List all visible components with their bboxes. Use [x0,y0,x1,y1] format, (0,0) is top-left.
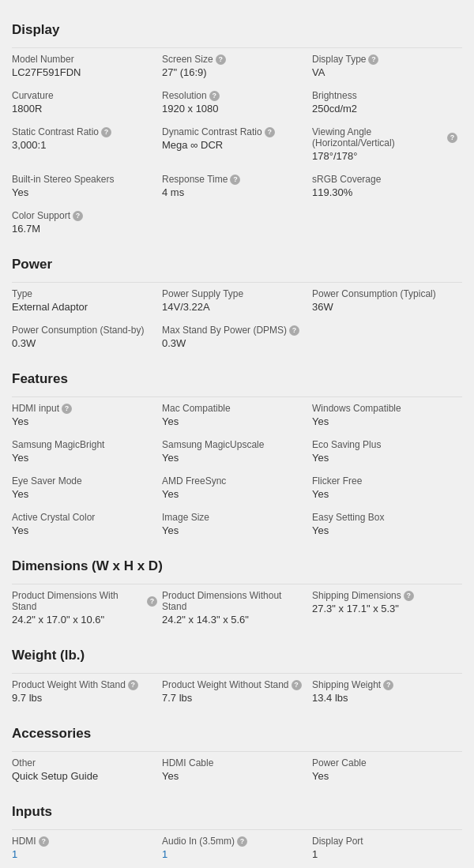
spec-cell: Eco Saving PlusYes [312,435,462,472]
spec-label: Windows Compatible [312,403,457,414]
spec-cell: Shipping Weight?13.4 lbs [312,675,462,712]
spec-label: HDMI input? [12,403,157,414]
spec-label: Flicker Free [312,475,457,487]
spec-value: 27.3" x 17.1" x 5.3" [312,603,457,614]
spec-value: Yes [162,452,307,464]
spec-cell: Product Dimensions With Stand?24.2" x 17… [12,586,162,633]
spec-label: Easy Setting Box [312,512,457,523]
spec-cell: Eye Saver ModeYes [12,472,162,508]
spec-value: 250cd/m2 [312,103,457,115]
spec-cell: Model NumberLC27F591FDN [12,50,162,86]
spec-value: Yes [312,415,457,427]
help-icon[interactable]: ? [128,680,138,690]
spec-label: Samsung MagicBright [12,439,157,450]
spec-label: Curvature [12,90,157,101]
spec-value: 36W [312,301,457,313]
spec-cell [162,206,312,242]
spec-value: Yes [12,186,157,198]
help-icon[interactable]: ? [265,127,275,137]
help-icon[interactable]: ? [289,325,299,336]
help-icon[interactable]: ? [209,91,220,101]
spec-cell: Curvature1800R [12,86,162,122]
help-icon[interactable]: ? [230,175,240,185]
spec-cell: Brightness250cd/m2 [312,86,462,122]
grid-row-display: Curvature1800RResolution?1920 x 1080Brig… [12,86,462,122]
spec-cell: Shipping Dimensions?27.3" x 17.1" x 5.3" [312,586,462,633]
spec-cell: Active Crystal ColorYes [12,508,162,544]
spec-cell: Power Consumption (Typical)36W [312,284,462,321]
spec-label: Brightness [312,90,457,101]
grid-row-weight: Product Weight With Stand?9.7 lbsProduct… [12,675,462,712]
help-icon[interactable]: ? [62,404,72,414]
help-icon[interactable]: ? [383,680,393,690]
spec-cell: Screen Size?27" (16:9) [162,50,312,86]
spec-cell: Product Weight Without Stand?7.7 lbs [162,675,312,712]
help-icon[interactable]: ? [216,54,226,65]
spec-value: Yes [162,415,307,427]
spec-label: Model Number [12,54,157,65]
spec-label: Resolution? [162,90,307,101]
help-icon[interactable]: ? [404,591,414,601]
spec-value: 1 [12,848,157,860]
help-icon[interactable]: ? [237,836,247,847]
spec-value: VA [312,66,457,78]
spec-cell: sRGB Coverage119.30% [312,170,462,206]
section-title-weight: Weight (lb.) [12,648,462,667]
spec-value: Yes [312,452,457,464]
spec-cell: Display Type?VA [312,50,462,86]
spec-cell: Max Stand By Power (DPMS)?0.3W [162,321,312,357]
grid-row-features: HDMI input?YesMac CompatibleYesWindows C… [12,399,462,435]
spec-label: Display Type? [312,54,457,65]
help-icon[interactable]: ? [292,680,302,690]
grid-row-inputs: HDMI?1Audio In (3.5mm)?1Display Port1 [12,832,462,868]
help-icon[interactable]: ? [147,596,157,607]
help-icon[interactable]: ? [447,133,457,143]
spec-cell: Viewing Angle (Horizontal/Vertical)?178°… [312,122,462,170]
spec-cell: Samsung MagicBrightYes [12,435,162,472]
spec-cell: Display Port1 [312,832,462,868]
spec-value: Yes [162,770,307,782]
spec-value: 4 ms [162,186,307,198]
section-title-display: Display [12,22,462,41]
help-icon[interactable]: ? [73,211,83,221]
spec-cell: Easy Setting BoxYes [312,508,462,544]
spec-label: Color Support? [12,210,157,221]
spec-cell: Image SizeYes [162,508,312,544]
spec-value: 16.7M [12,223,157,235]
grid-row-display: Model NumberLC27F591FDNScreen Size?27" (… [12,50,462,86]
spec-cell: Product Weight With Stand?9.7 lbs [12,675,162,712]
spec-cell: Flicker FreeYes [312,472,462,508]
spec-label: Power Cable [312,757,457,768]
spec-cell: HDMI CableYes [162,753,312,790]
spec-value: Yes [162,524,307,536]
spec-cell: OtherQuick Setup Guide [12,753,162,790]
spec-cell: Dynamic Contrast Ratio?Mega ∞ DCR [162,122,312,170]
spec-cell: Built-in Stereo SpeakersYes [12,170,162,206]
spec-value: Yes [312,488,457,500]
spec-cell: HDMI input?Yes [12,399,162,435]
spec-value: 0.3W [162,337,307,349]
grid-row-power: TypeExternal AdaptorPower Supply Type14V… [12,284,462,321]
spec-label: Audio In (3.5mm)? [162,836,307,847]
spec-label: Screen Size? [162,54,307,65]
spec-label: Product Dimensions With Stand? [12,590,157,612]
help-icon[interactable]: ? [368,54,378,65]
spec-cell: Resolution?1920 x 1080 [162,86,312,122]
spec-value: 1800R [12,103,157,115]
help-icon[interactable]: ? [39,836,49,847]
spec-label: Image Size [162,512,307,523]
spec-value: 24.2" x 14.3" x 5.6" [162,614,307,626]
spec-value: 24.2" x 17.0" x 10.6" [12,614,157,626]
spec-value: LC27F591FDN [12,66,157,78]
help-icon[interactable]: ? [101,127,111,137]
spec-label: Power Supply Type [162,288,307,299]
spec-value: 119.30% [312,186,457,198]
spec-label: Built-in Stereo Speakers [12,174,157,185]
spec-cell: Response Time?4 ms [162,170,312,206]
spec-value: Yes [162,488,307,500]
spec-label: Shipping Weight? [312,679,457,690]
spec-label: Other [12,757,157,768]
grid-row-power: Power Consumption (Stand-by)0.3WMax Stan… [12,321,462,357]
section-title-inputs: Inputs [12,804,462,823]
section-title-power: Power [12,257,462,276]
